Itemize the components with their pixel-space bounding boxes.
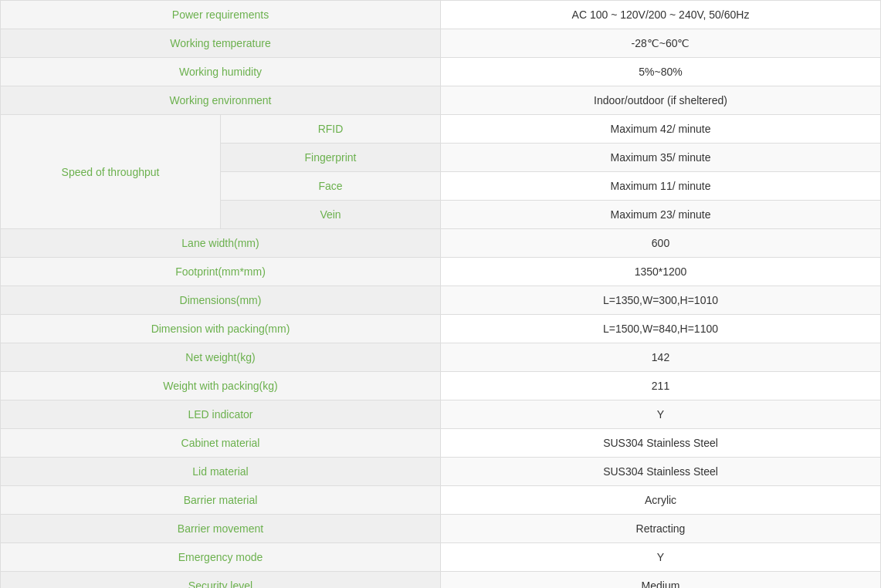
label-working-temperature: Working temperature (1, 29, 441, 58)
value-working-humidity: 5%~80% (441, 58, 881, 86)
label-net-weight: Net weight(kg) (1, 343, 441, 372)
specs-table-container: Power requirements AC 100 ~ 120V/200 ~ 2… (0, 0, 881, 588)
value-throughput-face: Maximum 11/ minute (441, 172, 881, 201)
row-throughput-rfid: Speed of throughput RFID Maximum 42/ min… (1, 115, 881, 144)
label-cabinet-material: Cabinet material (1, 429, 441, 458)
sublabel-vein: Vein (221, 201, 441, 229)
row-barrier-movement: Barrier movement Retracting (1, 515, 881, 543)
value-dimension-packing: L=1500,W=840,H=1100 (441, 315, 881, 343)
value-throughput-rfid: Maximum 42/ minute (441, 115, 881, 144)
value-net-weight: 142 (441, 343, 881, 372)
row-lid-material: Lid material SUS304 Stainless Steel (1, 458, 881, 486)
value-security-level: Medium (441, 572, 881, 589)
row-working-environment: Working environment Indoor/outdoor (if s… (1, 86, 881, 115)
label-weight-packing: Weight with packing(kg) (1, 372, 441, 400)
sublabel-rfid: RFID (221, 115, 441, 144)
row-dimension-packing: Dimension with packing(mm) L=1500,W=840,… (1, 315, 881, 343)
label-speed-throughput: Speed of throughput (1, 115, 221, 229)
value-lid-material: SUS304 Stainless Steel (441, 458, 881, 486)
value-emergency-mode: Y (441, 543, 881, 572)
row-net-weight: Net weight(kg) 142 (1, 343, 881, 372)
sublabel-fingerprint: Fingerprint (221, 144, 441, 172)
label-lid-material: Lid material (1, 458, 441, 486)
row-power-requirements: Power requirements AC 100 ~ 120V/200 ~ 2… (1, 1, 881, 29)
value-led-indicator: Y (441, 400, 881, 429)
label-emergency-mode: Emergency mode (1, 543, 441, 572)
row-lane-width: Lane width(mm) 600 (1, 229, 881, 258)
value-footprint: 1350*1200 (441, 258, 881, 286)
value-throughput-vein: Maximum 23/ minute (441, 201, 881, 229)
label-working-environment: Working environment (1, 86, 441, 115)
value-cabinet-material: SUS304 Stainless Steel (441, 429, 881, 458)
value-power-requirements: AC 100 ~ 120V/200 ~ 240V, 50/60Hz (441, 1, 881, 29)
value-dimensions: L=1350,W=300,H=1010 (441, 286, 881, 315)
row-weight-packing: Weight with packing(kg) 211 (1, 372, 881, 400)
value-barrier-material: Acrylic (441, 486, 881, 515)
label-dimension-packing: Dimension with packing(mm) (1, 315, 441, 343)
label-barrier-material: Barrier material (1, 486, 441, 515)
label-power-requirements: Power requirements (1, 1, 441, 29)
label-lane-width: Lane width(mm) (1, 229, 441, 258)
value-working-temperature: -28℃~60℃ (441, 29, 881, 58)
row-dimensions: Dimensions(mm) L=1350,W=300,H=1010 (1, 286, 881, 315)
label-dimensions: Dimensions(mm) (1, 286, 441, 315)
row-emergency-mode: Emergency mode Y (1, 543, 881, 572)
sublabel-face: Face (221, 172, 441, 201)
row-working-humidity: Working humidity 5%~80% (1, 58, 881, 86)
value-working-environment: Indoor/outdoor (if sheltered) (441, 86, 881, 115)
label-working-humidity: Working humidity (1, 58, 441, 86)
row-led-indicator: LED indicator Y (1, 400, 881, 429)
row-working-temperature: Working temperature -28℃~60℃ (1, 29, 881, 58)
value-throughput-fingerprint: Maximum 35/ minute (441, 144, 881, 172)
label-footprint: Footprint(mm*mm) (1, 258, 441, 286)
row-footprint: Footprint(mm*mm) 1350*1200 (1, 258, 881, 286)
row-cabinet-material: Cabinet material SUS304 Stainless Steel (1, 429, 881, 458)
label-led-indicator: LED indicator (1, 400, 441, 429)
value-weight-packing: 211 (441, 372, 881, 400)
value-lane-width: 600 (441, 229, 881, 258)
specifications-table: Power requirements AC 100 ~ 120V/200 ~ 2… (0, 0, 881, 588)
row-barrier-material: Barrier material Acrylic (1, 486, 881, 515)
label-security-level: Security level (1, 572, 441, 589)
row-security-level: Security level Medium (1, 572, 881, 589)
label-barrier-movement: Barrier movement (1, 515, 441, 543)
value-barrier-movement: Retracting (441, 515, 881, 543)
